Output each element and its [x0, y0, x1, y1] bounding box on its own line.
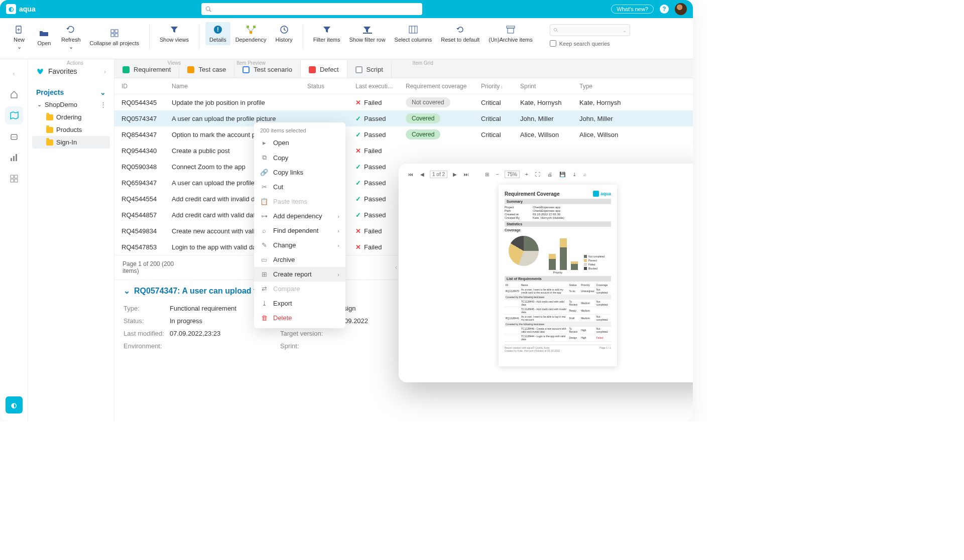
- more-icon[interactable]: ⋮: [100, 101, 106, 108]
- preview-env-label: Environment:: [124, 342, 170, 350]
- analytics-icon[interactable]: [5, 149, 23, 167]
- brand-logo[interactable]: ◐ aqua: [6, 4, 36, 14]
- pdf-layout-icon[interactable]: ⊞: [484, 171, 491, 178]
- column-last-exec[interactable]: Last executi...: [352, 83, 403, 90]
- bot-icon[interactable]: [5, 127, 23, 146]
- ctx-add-dependency[interactable]: ⊶Add dependency›: [254, 209, 345, 223]
- svg-line-26: [556, 31, 558, 32]
- pdf-zoom-out[interactable]: −: [495, 171, 501, 178]
- dependency-icon: ⊶: [260, 212, 268, 220]
- chevron-right-icon: ›: [337, 213, 339, 219]
- priority-bar-chart: [549, 240, 578, 270]
- table-row[interactable]: RQ0544345Update the job position in prof…: [114, 94, 693, 110]
- history-button[interactable]: History: [271, 22, 296, 45]
- report-preview-modal: ⏮ ◀ 1 of 2 ▶ ⏭ ⊞ − 75% + ⛶ 🖨 💾 ⤓ ⌕ ⛶ Req…: [399, 164, 693, 382]
- keep-queries-checkbox[interactable]: Keep search queries: [550, 40, 630, 47]
- svg-point-25: [554, 28, 557, 31]
- apps-icon[interactable]: [5, 170, 23, 188]
- ribbon-toolbar: New ⌄ Open Refresh ⌄ Collapse all projec…: [0, 18, 693, 59]
- collapse-all-button[interactable]: Collapse all projects: [86, 22, 143, 53]
- column-name[interactable]: Name: [169, 83, 304, 90]
- ctx-delete[interactable]: 🗑Delete: [254, 311, 345, 325]
- table-row[interactable]: RQ0574347A user can upload the profile p…: [114, 110, 693, 126]
- report-coverage-label: Coverage: [505, 228, 611, 232]
- global-search-input[interactable]: [201, 3, 422, 15]
- pdf-first-page[interactable]: ⏮: [407, 171, 415, 178]
- pdf-search-icon[interactable]: ⌕: [582, 171, 588, 178]
- pager-prev[interactable]: ‹: [395, 264, 397, 271]
- pdf-zoom-in[interactable]: +: [524, 171, 530, 178]
- pdf-prev-page[interactable]: ◀: [419, 171, 426, 178]
- ctx-copy-links[interactable]: 🔗Copy links: [254, 165, 345, 180]
- filter-row-icon: [363, 26, 372, 34]
- user-avatar[interactable]: [675, 3, 687, 15]
- ctx-change[interactable]: ✎Change›: [254, 238, 345, 252]
- whats-new-button[interactable]: What's new?: [611, 5, 654, 14]
- grid-search-input[interactable]: ⌄: [550, 24, 630, 36]
- svg-line-15: [248, 28, 251, 31]
- pdf-print-icon[interactable]: 🖨: [546, 171, 554, 178]
- svg-rect-19: [409, 26, 417, 33]
- chevron-down-icon: ⌄: [124, 286, 130, 296]
- search-icon: ⌕: [260, 227, 268, 234]
- table-row[interactable]: RQ9544340Create a public post✕Failed: [114, 143, 693, 159]
- collapse-sidebar-button[interactable]: ‹: [5, 64, 23, 82]
- dependency-button[interactable]: Dependency: [231, 22, 271, 45]
- column-priority[interactable]: Priority↓: [478, 83, 517, 90]
- map-icon[interactable]: [5, 106, 23, 124]
- ctx-archive[interactable]: ▭Archive: [254, 252, 345, 267]
- column-coverage[interactable]: Requirement coverage: [403, 83, 478, 90]
- brand-badge[interactable]: ◐: [6, 396, 23, 413]
- folder-ordering[interactable]: Ordering: [32, 111, 110, 123]
- help-icon[interactable]: ?: [660, 5, 669, 14]
- open-button[interactable]: Open: [32, 22, 56, 53]
- pdf-fit-icon[interactable]: ⛶: [534, 171, 542, 178]
- pdf-next-page[interactable]: ▶: [451, 171, 458, 178]
- ctx-cut[interactable]: ✂Cut: [254, 180, 345, 194]
- table-row[interactable]: RQ8544347Option to mark the account priv…: [114, 126, 693, 143]
- show-views-button[interactable]: Show views: [156, 22, 193, 45]
- preview-target-label: Target version:: [280, 330, 335, 337]
- favorites-header[interactable]: Favorites ›: [32, 65, 110, 77]
- filter-items-button[interactable]: Filter items: [309, 22, 344, 45]
- context-menu: 200 items selected ▸Open ⧉Copy 🔗Copy lin…: [254, 122, 345, 328]
- select-columns-button[interactable]: Select columns: [391, 22, 436, 45]
- refresh-icon: [66, 25, 75, 34]
- context-selection-count: 200 items selected: [254, 125, 345, 135]
- new-button[interactable]: New ⌄: [7, 22, 31, 53]
- column-sprint[interactable]: Sprint: [517, 83, 576, 90]
- reset-default-button[interactable]: Reset to default: [437, 22, 484, 45]
- svg-marker-5: [66, 28, 69, 30]
- report-section-list: List of Requirements: [505, 276, 611, 282]
- pdf-zoom-value[interactable]: 75%: [505, 171, 520, 178]
- ctx-find-dependent[interactable]: ⌕Find dependent›: [254, 223, 345, 238]
- folder-products[interactable]: Products: [32, 123, 110, 136]
- column-id[interactable]: ID: [118, 83, 169, 90]
- tab-script[interactable]: Script: [347, 61, 392, 78]
- pdf-save-icon[interactable]: 💾: [558, 171, 567, 178]
- coverage-pie-chart: [509, 236, 539, 266]
- scenario-badge-icon: [243, 66, 250, 73]
- column-type[interactable]: Type: [576, 83, 636, 90]
- ctx-open[interactable]: ▸Open: [254, 135, 345, 150]
- left-rail: ‹ ◐: [0, 59, 28, 422]
- pdf-last-page[interactable]: ⏭: [462, 171, 470, 178]
- ctx-copy[interactable]: ⧉Copy: [254, 150, 345, 165]
- details-button[interactable]: !Details: [205, 22, 230, 45]
- preview-lastmod-label: Last modified:: [124, 330, 170, 337]
- ctx-create-report[interactable]: ⊞Create report›: [254, 267, 345, 282]
- projects-header[interactable]: Projects⌄: [32, 86, 110, 98]
- pdf-export-icon[interactable]: ⤓: [571, 171, 578, 178]
- home-icon[interactable]: [5, 85, 23, 103]
- collapse-icon: [110, 29, 119, 38]
- tab-testcase[interactable]: Test case: [179, 61, 234, 78]
- folder-signin[interactable]: Sign-In: [32, 136, 110, 149]
- column-status[interactable]: Status: [304, 83, 352, 90]
- project-node-shopdemo[interactable]: ⌄ShopDemo⋮: [32, 98, 110, 111]
- tab-defect[interactable]: Defect: [301, 60, 347, 78]
- ctx-export[interactable]: ⤓Export: [254, 296, 345, 311]
- refresh-button[interactable]: Refresh ⌄: [57, 22, 85, 53]
- archive-items-button[interactable]: (Un)Archive items: [485, 22, 536, 45]
- show-filter-row-button[interactable]: Show filter row: [345, 22, 389, 45]
- trash-icon: 🗑: [260, 314, 268, 322]
